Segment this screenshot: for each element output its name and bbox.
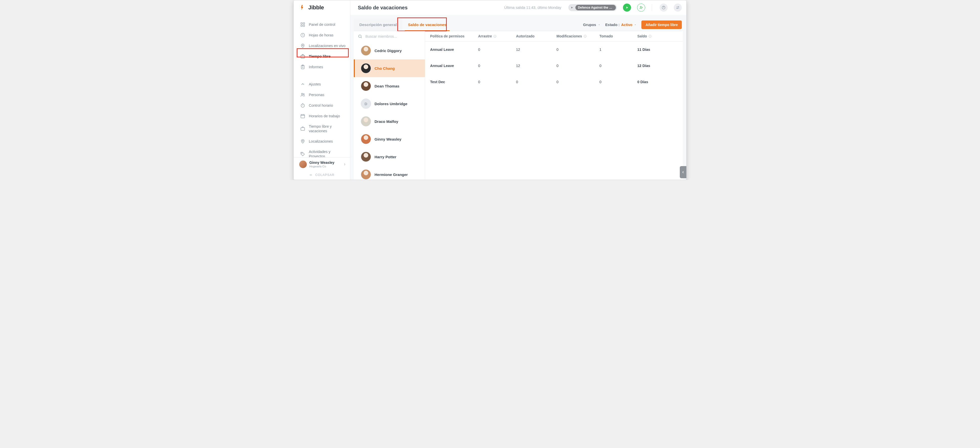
table-row[interactable]: Annual Leave0120012 Días bbox=[425, 57, 683, 74]
nav-time-tracking[interactable]: Control horario bbox=[294, 100, 350, 110]
member-row[interactable]: Harry Potter bbox=[354, 148, 425, 166]
sidebar: Jibble Panel de control Hojas de horas L… bbox=[294, 0, 350, 180]
member-name: Dolores Umbridge bbox=[374, 102, 407, 106]
svg-point-17 bbox=[640, 6, 641, 8]
svg-rect-6 bbox=[301, 55, 305, 58]
member-name: Draco Malfoy bbox=[374, 120, 398, 124]
cell-balance: 12 Días bbox=[637, 64, 678, 68]
member-name: Dean Thomas bbox=[374, 84, 399, 88]
add-member-button[interactable] bbox=[637, 3, 645, 12]
last-exit-text: Última salida 11:43, último Monday bbox=[504, 6, 561, 10]
table-row[interactable]: Annual Leave0120111 Días bbox=[425, 41, 683, 57]
right-drawer-toggle[interactable] bbox=[680, 166, 686, 178]
tab-leave-balances[interactable]: Saldo de vacaciones bbox=[402, 18, 452, 31]
table-column-header: Saldo bbox=[637, 34, 678, 38]
nav-live-locations[interactable]: Localizaciones en vivo bbox=[294, 41, 350, 51]
nav-dashboard[interactable]: Panel de control bbox=[294, 19, 350, 30]
main: Saldo de vacaciones Última salida 11:43,… bbox=[350, 0, 686, 180]
page-title: Saldo de vacaciones bbox=[358, 5, 407, 11]
member-name: Harry Potter bbox=[374, 155, 396, 159]
table-column-header: Modificaciones bbox=[557, 34, 600, 38]
nav-activities-projects[interactable]: Actividades y Proyectos bbox=[294, 147, 350, 157]
state-dropdown[interactable]: Estado : Activo bbox=[605, 23, 637, 27]
avatar bbox=[361, 169, 371, 180]
stopwatch-icon bbox=[300, 103, 305, 108]
nav-timesheets[interactable]: Hojas de horas bbox=[294, 30, 350, 40]
play-icon bbox=[625, 6, 629, 10]
column-label: Saldo bbox=[637, 34, 647, 38]
tab-overview[interactable]: Descripción general bbox=[354, 18, 402, 31]
nav-label: Informes bbox=[309, 65, 347, 69]
help-icon bbox=[662, 6, 666, 10]
sidebar-footer: Ginny Weasley Hogwarts Co COLAPSAR bbox=[294, 157, 350, 180]
nav-locations[interactable]: Localizaciones bbox=[294, 136, 350, 147]
help-button[interactable] bbox=[660, 3, 668, 12]
member-row[interactable]: Ginny Weasley bbox=[354, 130, 425, 148]
chevron-left-icon bbox=[681, 171, 685, 174]
column-label: Modificaciones bbox=[557, 34, 582, 38]
members-list[interactable]: Cedric DiggoryCho ChangDean ThomasDDolor… bbox=[354, 42, 425, 180]
nav-work-schedules[interactable]: Horarios de trabajo bbox=[294, 111, 350, 121]
toolbar: Descripción general Saldo de vacaciones … bbox=[354, 18, 683, 31]
table-column-header: Arrastre bbox=[478, 34, 516, 38]
avatar: D bbox=[361, 99, 371, 109]
tab-label: Descripción general bbox=[360, 22, 397, 27]
app-window: Jibble Panel de control Hojas de horas L… bbox=[293, 0, 687, 180]
cell-adjust: 0 bbox=[557, 48, 600, 52]
nav-time-off[interactable]: Tiempo libre bbox=[294, 51, 350, 61]
clock-icon bbox=[300, 33, 305, 38]
groups-dropdown[interactable]: Grupos bbox=[583, 23, 601, 27]
activity-badge[interactable]: Defence Against the Da… bbox=[568, 4, 617, 11]
column-label: Autorizado bbox=[516, 34, 535, 38]
add-time-off-button[interactable]: Añadir tiempo libre bbox=[641, 21, 682, 29]
nav-leave-vacations[interactable]: Tiempo libre y vacaciones bbox=[294, 121, 350, 136]
svg-rect-3 bbox=[303, 25, 305, 27]
chevron-right-icon bbox=[343, 163, 347, 166]
collapse-label: COLAPSAR bbox=[315, 173, 334, 177]
collapse-sidebar[interactable]: COLAPSAR bbox=[294, 171, 350, 180]
cell-carry: 0 bbox=[478, 80, 516, 84]
cell-adjust: 0 bbox=[557, 80, 600, 84]
svg-rect-13 bbox=[301, 128, 305, 131]
member-name: Cedric Diggory bbox=[374, 49, 402, 53]
nav-label: Localizaciones en vivo bbox=[309, 43, 347, 48]
svg-point-15 bbox=[301, 153, 302, 154]
cell-policy: Annual Leave bbox=[430, 48, 478, 52]
brand-name: Jibble bbox=[308, 4, 324, 11]
cell-taken: 0 bbox=[600, 64, 637, 68]
member-row[interactable]: DDolores Umbridge bbox=[354, 95, 425, 113]
nav-settings[interactable]: Ajustes bbox=[294, 79, 350, 89]
svg-rect-1 bbox=[303, 23, 305, 24]
member-row[interactable]: Hermione Granger bbox=[354, 166, 425, 180]
members-search bbox=[354, 31, 425, 42]
settings-button[interactable] bbox=[674, 3, 682, 12]
nav-label: Hojas de horas bbox=[309, 33, 347, 37]
info-icon bbox=[648, 35, 652, 38]
balances-table: Política de permisosArrastreAutorizadoMo… bbox=[425, 31, 683, 180]
avatar bbox=[361, 46, 371, 56]
header-divider bbox=[652, 4, 652, 11]
nav-label: Tiempo libre y vacaciones bbox=[309, 124, 347, 133]
svg-point-21 bbox=[359, 35, 361, 38]
tab-label: Saldo de vacaciones bbox=[408, 22, 447, 27]
member-name: Ginny Weasley bbox=[374, 137, 401, 141]
member-row[interactable]: Cedric Diggory bbox=[354, 42, 425, 59]
member-row[interactable]: Dean Thomas bbox=[354, 77, 425, 95]
member-row[interactable]: Draco Malfoy bbox=[354, 113, 425, 130]
nav-people[interactable]: Personas bbox=[294, 90, 350, 100]
column-label: Tomado bbox=[600, 34, 613, 38]
cell-balance: 0 Días bbox=[637, 80, 678, 84]
clock-in-button[interactable] bbox=[623, 3, 631, 12]
nav-reports[interactable]: Informes bbox=[294, 62, 350, 72]
cell-entitled: 0 bbox=[516, 80, 557, 84]
members-search-input[interactable] bbox=[365, 34, 421, 39]
nav-label: Personas bbox=[309, 92, 347, 97]
member-row[interactable]: Cho Chang bbox=[354, 59, 425, 77]
suitcase-icon bbox=[300, 126, 305, 131]
table-row[interactable]: Test Dec00000 Días bbox=[425, 74, 683, 90]
info-icon bbox=[493, 35, 496, 38]
nav-label: Control horario bbox=[309, 103, 347, 108]
cell-balance: 11 Días bbox=[637, 48, 678, 52]
play-icon bbox=[570, 6, 573, 9]
account-switcher[interactable]: Ginny Weasley Hogwarts Co bbox=[294, 158, 350, 171]
